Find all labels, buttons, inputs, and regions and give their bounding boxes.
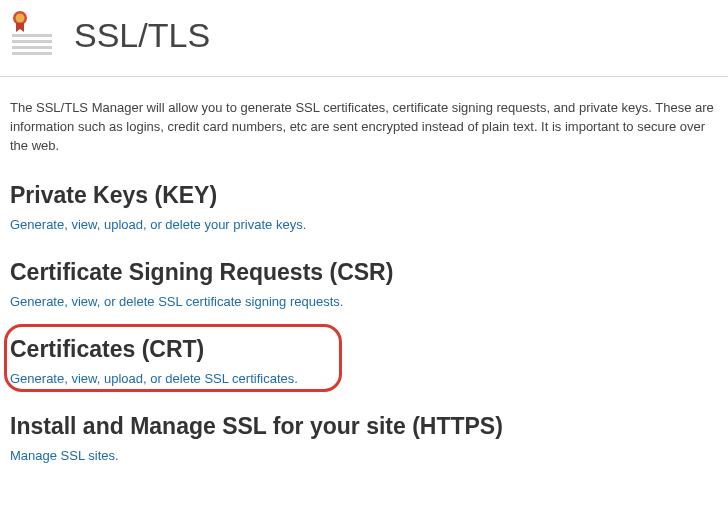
section-csr: Certificate Signing Requests (CSR) Gener… (10, 259, 718, 310)
section-private-keys: Private Keys (KEY) Generate, view, uploa… (10, 182, 718, 233)
section-title-crt: Certificates (CRT) (10, 336, 718, 363)
svg-rect-2 (12, 34, 52, 37)
svg-rect-5 (12, 52, 52, 55)
svg-rect-4 (12, 46, 52, 49)
svg-rect-3 (12, 40, 52, 43)
ssl-tls-icon (10, 10, 54, 60)
link-private-keys[interactable]: Generate, view, upload, or delete your p… (10, 217, 306, 232)
section-crt: Certificates (CRT) Generate, view, uploa… (10, 336, 718, 387)
link-https[interactable]: Manage SSL sites. (10, 448, 119, 463)
page-title: SSL/TLS (74, 16, 210, 55)
section-title-csr: Certificate Signing Requests (CSR) (10, 259, 718, 286)
section-https: Install and Manage SSL for your site (HT… (10, 413, 718, 464)
section-title-private-keys: Private Keys (KEY) (10, 182, 718, 209)
section-title-https: Install and Manage SSL for your site (HT… (10, 413, 718, 440)
svg-point-1 (16, 14, 25, 23)
page-header: SSL/TLS (0, 0, 728, 77)
link-crt[interactable]: Generate, view, upload, or delete SSL ce… (10, 371, 298, 386)
sections-container: Private Keys (KEY) Generate, view, uploa… (0, 182, 728, 464)
link-csr[interactable]: Generate, view, or delete SSL certificat… (10, 294, 343, 309)
page-description: The SSL/TLS Manager will allow you to ge… (0, 77, 728, 156)
